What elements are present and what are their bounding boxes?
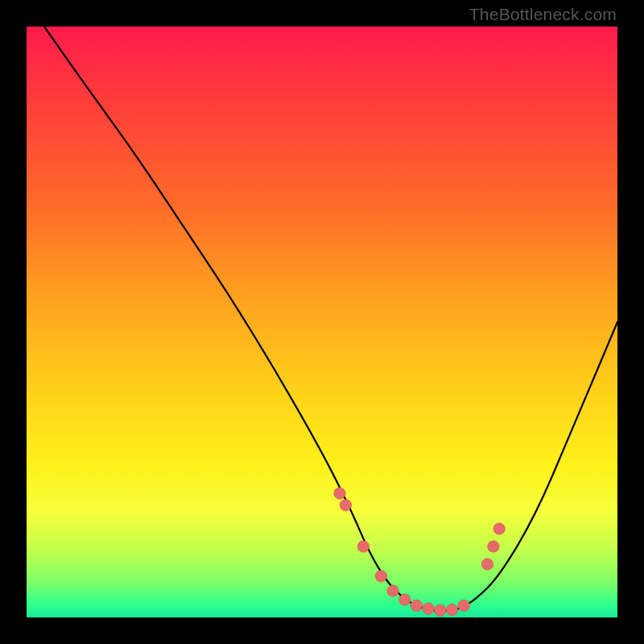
highlight-dot [387,585,398,597]
highlight-dot [423,603,434,614]
highlight-dot [357,541,369,552]
highlight-dot [435,605,446,616]
bottleneck-curve [44,27,617,611]
highlight-dot [399,594,411,605]
highlight-dot [458,600,469,611]
chart-root: TheBottleneck.com [0,0,644,644]
highlight-dot [481,559,493,570]
highlight-dot [340,499,351,510]
attribution-label: TheBottleneck.com [469,5,617,24]
highlight-dot [488,541,499,552]
highlight-dot [446,604,457,615]
curve-layer [27,27,617,617]
highlight-dot [411,600,422,611]
highlight-dot [334,488,345,499]
highlight-dot [493,523,505,535]
plot-area [27,27,617,617]
highlight-dot [375,570,386,581]
highlight-dots-group [334,488,506,617]
